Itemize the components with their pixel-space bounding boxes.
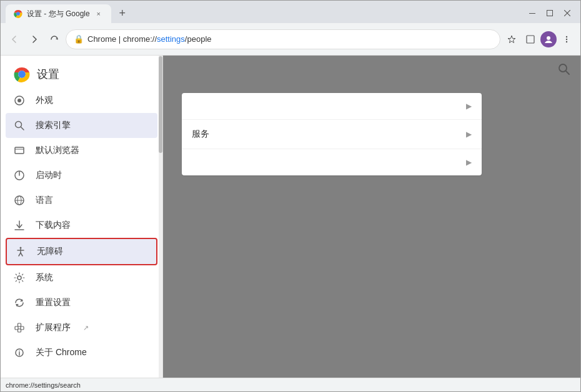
sidebar-item-about-label: 关于 Chrome <box>36 347 87 358</box>
svg-rect-35 <box>18 323 21 326</box>
svg-rect-6 <box>527 36 534 43</box>
svg-line-28 <box>19 253 21 256</box>
svg-point-38 <box>19 350 20 351</box>
language-icon <box>13 194 26 207</box>
content-inner: ▶ 服务 ▶ ▶ <box>163 56 500 193</box>
sidebar-item-about[interactable]: 关于 Chrome <box>1 340 162 365</box>
sidebar-scrollbar[interactable] <box>159 56 162 378</box>
default-browser-icon <box>13 144 26 157</box>
toolbar-icons <box>503 31 575 48</box>
sidebar-settings-title: 设置 <box>37 67 59 82</box>
secure-icon: 🔒 <box>74 34 84 44</box>
accessibility-icon <box>14 245 27 258</box>
sidebar-item-default-browser[interactable]: 默认浏览器 <box>1 138 162 163</box>
sidebar-item-downloads[interactable]: 下载内容 <box>1 213 162 238</box>
chevron-right-icon-1: ▶ <box>466 102 472 110</box>
reading-list-button[interactable] <box>522 31 539 48</box>
refresh-button[interactable] <box>46 31 63 48</box>
sidebar-scrollbar-thumb <box>159 56 162 153</box>
sidebar-item-appearance-label: 外观 <box>36 95 53 106</box>
svg-point-13 <box>17 99 21 102</box>
sidebar-item-downloads-label: 下载内容 <box>36 220 71 231</box>
sidebar-item-search-label: 搜索引擎 <box>36 120 71 131</box>
svg-point-40 <box>559 64 567 72</box>
close-button[interactable] <box>559 7 575 19</box>
profile-icon[interactable] <box>540 31 557 47</box>
browser-window: 设置 - 您与 Google × + <box>0 0 581 392</box>
window-controls <box>519 7 580 23</box>
sidebar-item-accessibility[interactable]: 无障碍 <box>6 238 157 265</box>
sidebar-item-language[interactable]: 语言 <box>1 188 162 213</box>
chevron-right-icon-3: ▶ <box>466 158 472 167</box>
title-bar: 设置 - 您与 Google × + <box>1 1 580 23</box>
appearance-icon <box>13 94 26 107</box>
system-icon <box>13 272 26 284</box>
about-icon <box>13 346 26 359</box>
svg-point-30 <box>17 276 21 280</box>
sidebar: 设置 外观 搜索引擎 <box>1 56 163 378</box>
sidebar-header: 设置 <box>1 56 162 88</box>
menu-button[interactable] <box>558 31 575 48</box>
svg-rect-16 <box>15 147 24 154</box>
sidebar-item-startup-label: 启动时 <box>36 170 62 181</box>
svg-point-0 <box>16 12 20 16</box>
reset-icon <box>13 296 26 309</box>
sidebar-item-reset[interactable]: 重置设置 <box>1 290 162 315</box>
settings-row-3[interactable]: ▶ <box>182 149 482 175</box>
chevron-right-icon-2: ▶ <box>466 130 472 139</box>
url-highlight: settings <box>157 34 185 44</box>
url-display: Chrome | chrome://settings/people <box>87 34 492 44</box>
svg-point-11 <box>18 71 26 78</box>
chrome-favicon <box>13 9 23 19</box>
extensions-icon <box>13 321 26 334</box>
tab-close-button[interactable]: × <box>94 9 104 19</box>
bookmark-star-button[interactable] <box>503 31 520 48</box>
status-bar: chrome://settings/search <box>1 378 580 391</box>
forward-button[interactable] <box>26 31 43 48</box>
chrome-logo <box>13 66 31 83</box>
sidebar-item-accessibility-label: 无障碍 <box>37 246 63 257</box>
url-prefix: Chrome | chrome:// <box>87 34 157 44</box>
sidebar-item-extensions[interactable]: 扩展程序 ↗ <box>1 315 162 340</box>
search-engine-icon <box>13 119 26 132</box>
tab-strip: 设置 - 您与 Google × + <box>1 1 519 23</box>
sidebar-item-appearance[interactable]: 外观 <box>1 88 162 113</box>
settings-row-1[interactable]: ▶ <box>182 93 482 120</box>
settings-content: ▶ 服务 ▶ ▶ <box>163 56 580 378</box>
minimize-button[interactable] <box>524 7 540 19</box>
tab-title: 设置 - 您与 Google <box>27 9 90 19</box>
sidebar-item-system-label: 系统 <box>36 272 53 283</box>
svg-point-25 <box>20 247 22 249</box>
address-bar: 🔒 Chrome | chrome://settings/people <box>1 23 580 56</box>
startup-icon <box>13 169 26 182</box>
content-search-button[interactable] <box>558 63 570 79</box>
svg-point-8 <box>566 36 567 37</box>
svg-point-7 <box>547 36 550 40</box>
maximize-button[interactable] <box>542 7 558 19</box>
new-tab-button[interactable]: + <box>114 4 131 22</box>
svg-rect-1 <box>529 13 535 14</box>
svg-rect-2 <box>547 11 553 16</box>
svg-point-10 <box>566 41 567 42</box>
sidebar-item-search[interactable]: 搜索引擎 <box>6 113 157 138</box>
status-bar-text: chrome://settings/search <box>6 381 81 389</box>
settings-row-2[interactable]: 服务 ▶ <box>182 120 482 149</box>
back-button[interactable] <box>6 31 23 48</box>
main-layout: 设置 外观 搜索引擎 <box>1 56 580 378</box>
sidebar-item-startup[interactable]: 启动时 <box>1 163 162 188</box>
sidebar-items: 外观 搜索引擎 默认浏览器 <box>1 88 162 378</box>
omnibox[interactable]: 🔒 Chrome | chrome://settings/people <box>66 29 500 49</box>
svg-line-15 <box>21 127 24 130</box>
sidebar-item-reset-label: 重置设置 <box>36 297 71 308</box>
url-suffix: /people <box>185 34 212 44</box>
sidebar-item-extensions-label: 扩展程序 <box>36 322 71 333</box>
sidebar-item-default-browser-label: 默认浏览器 <box>36 145 79 156</box>
sidebar-item-system[interactable]: 系统 <box>1 265 162 290</box>
settings-card: ▶ 服务 ▶ ▶ <box>182 93 482 175</box>
external-link-icon: ↗ <box>83 324 89 332</box>
svg-point-9 <box>566 38 567 39</box>
active-tab[interactable]: 设置 - 您与 Google × <box>6 4 111 23</box>
sidebar-item-language-label: 语言 <box>36 195 53 206</box>
settings-row-2-text: 服务 <box>192 129 466 140</box>
svg-line-29 <box>21 253 22 256</box>
